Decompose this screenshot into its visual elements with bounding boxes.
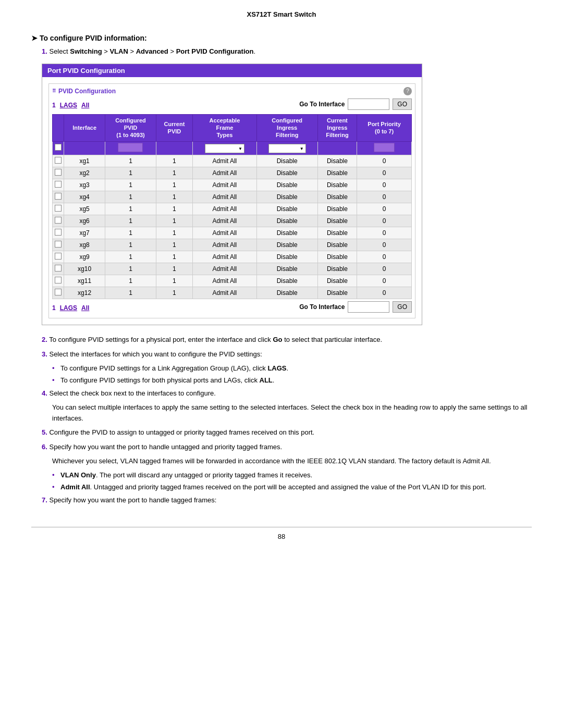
row-cfg-pvid: 1 bbox=[105, 191, 156, 203]
frame-types-select[interactable]: ▼ bbox=[205, 144, 244, 153]
goto-button-top[interactable]: GO bbox=[393, 98, 412, 110]
row-checkbox[interactable] bbox=[55, 157, 62, 164]
col-cfg-pvid: ConfiguredPVID(1 to 4093) bbox=[105, 114, 156, 141]
header-checkbox[interactable] bbox=[55, 144, 62, 151]
row-cfg-ingress: Disable bbox=[256, 263, 317, 275]
goto-label-bottom: Go To Interface bbox=[299, 303, 345, 311]
step-6-para: Whichever you select, VLAN tagged frames… bbox=[52, 456, 532, 467]
row-cfg-ingress: Disable bbox=[256, 155, 317, 167]
row-frame-types: Admit All bbox=[193, 155, 257, 167]
priority-input[interactable] bbox=[374, 143, 395, 152]
row-checkbox[interactable] bbox=[55, 277, 62, 283]
table-row: xg311Admit AllDisableDisable0 bbox=[53, 179, 412, 191]
row-checkbox[interactable] bbox=[55, 181, 62, 188]
row-frame-types: Admit All bbox=[193, 203, 257, 215]
step-5: 5. Configure the PVID to assign to untag… bbox=[42, 427, 532, 438]
row-cfg-pvid: 1 bbox=[105, 251, 156, 263]
step-4: 4. Select the check box next to the inte… bbox=[42, 388, 532, 399]
row-checkbox-cell bbox=[53, 215, 64, 227]
step-3-bullet-2: To configure PVID settings for both phys… bbox=[52, 375, 532, 386]
row-cfg-ingress: Disable bbox=[256, 275, 317, 287]
row-checkbox-cell bbox=[53, 263, 64, 275]
row-cur-pvid: 1 bbox=[156, 227, 192, 239]
row-priority: 0 bbox=[357, 227, 412, 239]
step-5-num: 5. bbox=[42, 428, 47, 436]
row-interface: xg6 bbox=[64, 215, 105, 227]
row-checkbox[interactable] bbox=[55, 241, 62, 248]
row-interface: xg8 bbox=[64, 239, 105, 251]
row-cur-ingress: Disable bbox=[317, 227, 357, 239]
lags-link-bottom[interactable]: LAGS bbox=[60, 304, 77, 312]
goto-input-bottom[interactable] bbox=[348, 301, 389, 313]
col-frame-types: AcceptableFrameTypes bbox=[193, 114, 257, 141]
pvid-configuration-box: Port PVID Configuration PVID Configurati… bbox=[42, 64, 422, 325]
lags-link-top[interactable]: LAGS bbox=[60, 102, 77, 109]
row-cfg-pvid: 1 bbox=[105, 287, 156, 299]
row-cfg-pvid: 1 bbox=[105, 275, 156, 287]
row-cur-pvid: 1 bbox=[156, 155, 192, 167]
table-row: xg1211Admit AllDisableDisable0 bbox=[53, 287, 412, 299]
goto-input-top[interactable] bbox=[348, 98, 389, 110]
step-3-num: 3. bbox=[42, 350, 47, 358]
row-interface: xg3 bbox=[64, 179, 105, 191]
row-cur-ingress: Disable bbox=[317, 203, 357, 215]
table-row: xg811Admit AllDisableDisable0 bbox=[53, 239, 412, 251]
row-cur-pvid: 1 bbox=[156, 167, 192, 179]
row-cur-pvid: 1 bbox=[156, 215, 192, 227]
step-2: 2. To configure PVID settings for a phys… bbox=[42, 335, 532, 346]
step-3-bullet-1: To configure PVID settings for a Link Ag… bbox=[52, 363, 532, 374]
step-7-num: 7. bbox=[42, 496, 47, 504]
nav-number-bottom: 1 bbox=[52, 304, 56, 312]
pvid-inner-title-text: PVID Configuration bbox=[58, 88, 116, 95]
row-checkbox[interactable] bbox=[55, 193, 62, 200]
col-checkbox bbox=[53, 114, 64, 141]
row-checkbox[interactable] bbox=[55, 265, 62, 272]
row-checkbox-cell bbox=[53, 155, 64, 167]
row-cur-ingress: Disable bbox=[317, 215, 357, 227]
row-frame-types: Admit All bbox=[193, 167, 257, 179]
page-footer: 88 bbox=[31, 527, 532, 540]
row-checkbox[interactable] bbox=[55, 289, 62, 295]
row-interface: xg10 bbox=[64, 263, 105, 275]
row-frame-types: Admit All bbox=[193, 215, 257, 227]
ingress-filter-select[interactable]: ▼ bbox=[268, 144, 306, 153]
all-link-bottom[interactable]: All bbox=[81, 304, 89, 312]
page-header: XS712T Smart Switch bbox=[31, 10, 532, 18]
row-interface: xg7 bbox=[64, 227, 105, 239]
row-checkbox-cell bbox=[53, 275, 64, 287]
goto-button-bottom[interactable]: GO bbox=[393, 301, 412, 313]
row-frame-types: Admit All bbox=[193, 191, 257, 203]
row-frame-types: Admit All bbox=[193, 263, 257, 275]
row-cur-ingress: Disable bbox=[317, 287, 357, 299]
step-3: 3. Select the interfaces for which you w… bbox=[42, 349, 532, 360]
all-link-top[interactable]: All bbox=[81, 102, 89, 109]
row-checkbox[interactable] bbox=[55, 229, 62, 236]
row-checkbox[interactable] bbox=[55, 253, 62, 260]
nav-number-top: 1 bbox=[52, 102, 56, 109]
row-cur-ingress: Disable bbox=[317, 179, 357, 191]
row-cfg-pvid: 1 bbox=[105, 179, 156, 191]
row-checkbox-cell bbox=[53, 167, 64, 179]
row-frame-types: Admit All bbox=[193, 227, 257, 239]
row-cfg-pvid: 1 bbox=[105, 239, 156, 251]
step-6-bullet-1: VLAN Only. The port will discard any unt… bbox=[52, 470, 532, 480]
row-cur-pvid: 1 bbox=[156, 239, 192, 251]
step-2-num: 2. bbox=[42, 336, 47, 343]
row-cfg-ingress: Disable bbox=[256, 251, 317, 263]
step-3-bullets: To configure PVID settings for a Link Ag… bbox=[52, 363, 532, 385]
row-checkbox[interactable] bbox=[55, 205, 62, 212]
row-checkbox[interactable] bbox=[55, 169, 62, 176]
row-cur-pvid: 1 bbox=[156, 275, 192, 287]
col-interface: Interface bbox=[64, 114, 105, 141]
row-checkbox[interactable] bbox=[55, 217, 62, 224]
help-icon[interactable]: ? bbox=[403, 87, 412, 95]
row-cur-pvid: 1 bbox=[156, 263, 192, 275]
row-interface: xg11 bbox=[64, 275, 105, 287]
row-priority: 0 bbox=[357, 191, 412, 203]
row-cfg-ingress: Disable bbox=[256, 203, 317, 215]
configure-pvid-section: ➤ To configure PVID information: 1. Sele… bbox=[31, 34, 532, 506]
table-row: xg1011Admit AllDisableDisable0 bbox=[53, 263, 412, 275]
cfg-pvid-input[interactable] bbox=[118, 143, 143, 152]
row-priority: 0 bbox=[357, 155, 412, 167]
row-cur-ingress: Disable bbox=[317, 251, 357, 263]
